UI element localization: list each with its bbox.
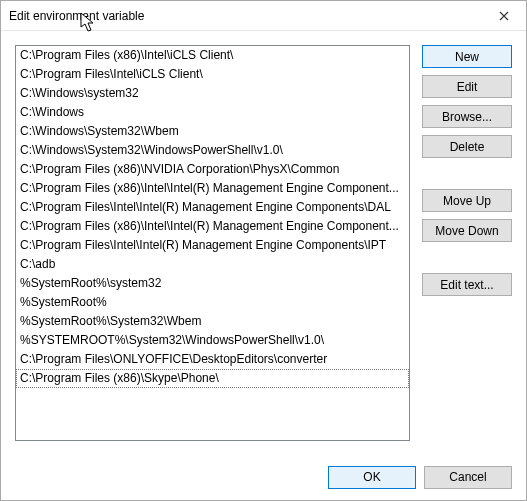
edit-button[interactable]: Edit <box>422 75 512 98</box>
path-entry[interactable]: C:\Program Files (x86)\NVIDIA Corporatio… <box>16 160 409 179</box>
titlebar: Edit environment variable <box>1 1 526 31</box>
window-title: Edit environment variable <box>9 9 481 23</box>
edit-text-button[interactable]: Edit text... <box>422 273 512 296</box>
path-entry[interactable]: C:\Windows\System32\WindowsPowerShell\v1… <box>16 141 409 160</box>
path-entry[interactable]: C:\Program Files\Intel\Intel(R) Manageme… <box>16 198 409 217</box>
dialog-edit-env-var: Edit environment variable C:\Program Fil… <box>0 0 527 501</box>
path-entry[interactable]: %SystemRoot% <box>16 293 409 312</box>
path-entry[interactable]: C:\Program Files (x86)\Intel\Intel(R) Ma… <box>16 217 409 236</box>
path-entry[interactable]: %SYSTEMROOT%\System32\WindowsPowerShell\… <box>16 331 409 350</box>
path-entry[interactable]: C:\Program Files (x86)\Skype\Phone\ <box>16 369 409 388</box>
close-icon <box>499 11 509 21</box>
close-button[interactable] <box>481 1 526 30</box>
path-entry[interactable]: C:\Program Files\Intel\iCLS Client\ <box>16 65 409 84</box>
path-entry[interactable]: C:\Windows\System32\Wbem <box>16 122 409 141</box>
path-entry[interactable]: C:\Program Files (x86)\Intel\iCLS Client… <box>16 46 409 65</box>
path-entry[interactable]: %SystemRoot%\system32 <box>16 274 409 293</box>
path-entry[interactable]: C:\adb <box>16 255 409 274</box>
path-entry[interactable]: C:\Windows <box>16 103 409 122</box>
move-down-button[interactable]: Move Down <box>422 219 512 242</box>
new-button[interactable]: New <box>422 45 512 68</box>
path-entry[interactable]: C:\Program Files\Intel\Intel(R) Manageme… <box>16 236 409 255</box>
delete-button[interactable]: Delete <box>422 135 512 158</box>
move-up-button[interactable]: Move Up <box>422 189 512 212</box>
cancel-button[interactable]: Cancel <box>424 466 512 489</box>
path-entry[interactable]: C:\Program Files\ONLYOFFICE\DesktopEdito… <box>16 350 409 369</box>
browse-button[interactable]: Browse... <box>422 105 512 128</box>
path-entry[interactable]: C:\Windows\system32 <box>16 84 409 103</box>
ok-button[interactable]: OK <box>328 466 416 489</box>
path-listbox[interactable]: C:\Program Files (x86)\Intel\iCLS Client… <box>15 45 410 441</box>
path-entry[interactable]: %SystemRoot%\System32\Wbem <box>16 312 409 331</box>
dialog-footer: OK Cancel <box>1 454 526 500</box>
button-sidebar: New Edit Browse... Delete Move Up Move D… <box>422 45 512 454</box>
path-entry[interactable]: C:\Program Files (x86)\Intel\Intel(R) Ma… <box>16 179 409 198</box>
dialog-body: C:\Program Files (x86)\Intel\iCLS Client… <box>1 31 526 454</box>
